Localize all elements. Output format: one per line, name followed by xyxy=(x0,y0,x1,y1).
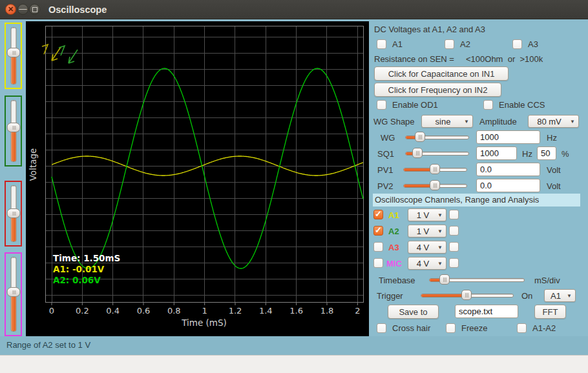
minimize-button[interactable]: — xyxy=(17,4,28,15)
wg-slider[interactable] xyxy=(405,132,469,143)
pv1-label: PV1 xyxy=(377,165,394,175)
frequency-button[interactable]: Click for Frequency on IN2 xyxy=(374,83,501,97)
slider-thumb[interactable] xyxy=(6,287,20,297)
window-title: Oscilloscope xyxy=(48,0,107,19)
wg-label: WG xyxy=(381,133,395,143)
channel-mic-range-select[interactable]: 4 V ▼ xyxy=(408,257,446,270)
dc-a2-checkbox[interactable] xyxy=(445,39,454,49)
wave-A2 xyxy=(52,68,363,268)
enable-od1-checkbox[interactable] xyxy=(377,100,386,110)
cross-hair-checkbox[interactable] xyxy=(377,323,386,333)
channel-a2-checkbox[interactable] xyxy=(373,226,383,236)
channel-a1-checkbox[interactable] xyxy=(373,210,383,219)
wg-frequency-input[interactable] xyxy=(476,130,540,144)
pv2-unit-label: Volt xyxy=(547,181,561,191)
a3-position-slider[interactable] xyxy=(5,181,22,247)
pv2-label: PV2 xyxy=(377,181,394,191)
channel-a1-label: A1 xyxy=(388,210,399,220)
scope-canvas: 00.20.40.60.811.21.41.61.82Time (mS)Volt… xyxy=(26,21,369,336)
sq1-frequency-input[interactable] xyxy=(476,146,517,160)
channel-a3-label: A3 xyxy=(388,243,399,252)
x-tick-label: 1.2 xyxy=(229,306,242,316)
channel-mic-checkbox[interactable] xyxy=(373,258,383,268)
slider-fill xyxy=(421,294,467,297)
channel-a1-range-select[interactable]: 1 V ▼ xyxy=(408,208,446,221)
wg-shape-label: WG Shape xyxy=(373,117,415,126)
maximize-button[interactable] xyxy=(29,4,40,15)
a1-a2-checkbox[interactable] xyxy=(517,323,527,333)
chevron-down-icon: ▼ xyxy=(464,119,472,125)
channel-a2-range-value: 1 V xyxy=(408,227,437,236)
capacitance-button[interactable]: Click for Capacitance on IN1 xyxy=(374,66,509,81)
status-bar: Range of A2 set to 1 V xyxy=(0,336,588,355)
slider-thumb[interactable] xyxy=(415,132,425,142)
amplitude-value: 80 mV xyxy=(529,117,570,126)
dc-a1-label: A1 xyxy=(392,39,403,49)
channel-a1-range-value: 1 V xyxy=(408,210,437,220)
slider-thumb[interactable] xyxy=(412,148,423,158)
pv1-input[interactable] xyxy=(476,163,540,176)
channel-a2-analysis-checkbox[interactable] xyxy=(449,226,459,236)
x-tick-label: 1 xyxy=(202,306,207,316)
channel-a2-label: A2 xyxy=(388,227,399,236)
trigger-source-select[interactable]: A1 ▼ xyxy=(544,289,576,302)
chevron-down-icon: ▼ xyxy=(437,245,446,250)
channel-a3-checkbox[interactable] xyxy=(373,242,383,252)
close-button[interactable]: ✕ xyxy=(5,4,16,15)
mic-position-slider[interactable] xyxy=(5,252,22,336)
wg-shape-select[interactable]: sine ▼ xyxy=(421,115,473,128)
sq1-duty-input[interactable] xyxy=(537,146,556,160)
timebase-unit-label: mS/div xyxy=(534,276,560,285)
x-tick-label: 0 xyxy=(49,306,54,316)
readout-0: Time: 1.50mS xyxy=(53,253,120,263)
timebase-slider[interactable] xyxy=(429,274,525,285)
chevron-down-icon: ▼ xyxy=(567,293,575,299)
a1-a2-label: A1-A2 xyxy=(532,323,556,333)
a1-position-slider[interactable] xyxy=(5,23,22,89)
sq1-slider[interactable] xyxy=(405,148,469,159)
y-axis-title: Voltage xyxy=(28,148,38,181)
slider-thumb[interactable] xyxy=(6,48,20,57)
timebase-label: Timebase xyxy=(379,276,421,285)
save-button[interactable]: Save to xyxy=(388,305,439,319)
filename-input[interactable] xyxy=(455,305,518,318)
channel-marker-icons xyxy=(42,45,78,63)
fft-button[interactable]: FFT xyxy=(534,305,566,319)
x-tick-label: 1.8 xyxy=(320,306,334,316)
slider-fill xyxy=(11,128,16,161)
a2-position-slider[interactable] xyxy=(5,96,22,166)
x-tick-label: 0.2 xyxy=(76,306,89,316)
slider-thumb[interactable] xyxy=(430,164,440,174)
channel-a3-range-select[interactable]: 4 V ▼ xyxy=(408,241,446,254)
slider-thumb[interactable] xyxy=(461,290,472,300)
amplitude-select[interactable]: 80 mV ▼ xyxy=(528,115,579,128)
x-tick-label: 0.4 xyxy=(106,306,120,316)
slider-thumb[interactable] xyxy=(439,274,450,285)
dc-voltages-header: DC Voltages at A1, A2 and A3 xyxy=(374,25,485,34)
pv2-slider[interactable] xyxy=(403,180,467,191)
channel-a3-analysis-checkbox[interactable] xyxy=(449,242,459,252)
channel-mic-analysis-checkbox[interactable] xyxy=(449,258,459,268)
titlebar: ✕ — Oscilloscope xyxy=(0,0,588,19)
x-axis-title: Time (mS) xyxy=(181,318,227,328)
slider-thumb[interactable] xyxy=(6,123,20,132)
dc-a3-checkbox[interactable] xyxy=(512,39,522,49)
enable-ccs-checkbox[interactable] xyxy=(483,100,493,110)
x-tick-label: 0.8 xyxy=(167,306,181,316)
freeze-checkbox[interactable] xyxy=(446,323,456,333)
enable-od1-label: Enable OD1 xyxy=(392,100,438,110)
channels-header: Oscilloscope Channels, Range and Analysi… xyxy=(375,195,539,205)
sq1-unit-label: Hz xyxy=(522,149,532,159)
dc-a1-checkbox[interactable] xyxy=(377,39,386,49)
trigger-slider[interactable] xyxy=(421,290,514,301)
x-axis: 00.20.40.60.811.21.41.61.82Time (mS) xyxy=(49,302,361,328)
slider-thumb[interactable] xyxy=(6,208,20,218)
status-message: Range of A2 set to 1 V xyxy=(6,340,90,350)
oscilloscope-plot: 00.20.40.60.811.21.41.61.82Time (mS)Volt… xyxy=(26,21,369,336)
pv1-slider[interactable] xyxy=(403,164,467,175)
channel-a1-analysis-checkbox[interactable] xyxy=(449,210,459,219)
slider-thumb[interactable] xyxy=(430,180,440,190)
channel-a2-range-select[interactable]: 1 V ▼ xyxy=(408,225,446,237)
dc-a2-label: A2 xyxy=(460,39,470,49)
pv2-input[interactable] xyxy=(476,179,540,192)
